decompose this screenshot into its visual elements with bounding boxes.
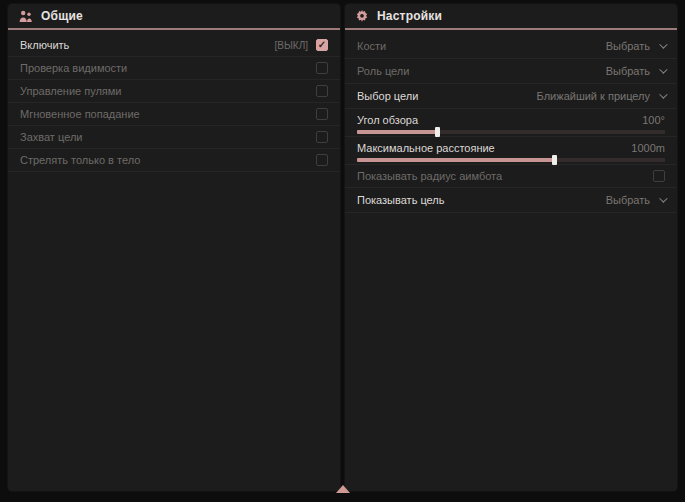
slider-value: 100° bbox=[642, 114, 665, 126]
row-controls bbox=[316, 85, 328, 97]
row-controls: Выбрать bbox=[606, 65, 665, 77]
setting-label: Кости bbox=[357, 40, 386, 52]
chevron-down-icon bbox=[659, 40, 667, 48]
panel-title: Общие bbox=[41, 9, 83, 23]
setting-label: Проверка видимости bbox=[20, 62, 127, 74]
row-controls: Выбрать bbox=[606, 40, 665, 52]
slider-fill bbox=[357, 130, 437, 134]
scroll-up-indicator-icon[interactable] bbox=[336, 485, 350, 493]
setting-label: Захват цели bbox=[20, 131, 82, 143]
panel-general: Общие Включить[ВЫКЛ]✓Проверка видимостиУ… bbox=[8, 4, 340, 491]
settings-row: КостиВыбрать bbox=[345, 34, 677, 59]
settings-row: Управление пулями bbox=[8, 80, 340, 103]
chevron-down-icon bbox=[659, 194, 667, 202]
slider-value: 1000m bbox=[631, 142, 665, 154]
dropdown[interactable]: Выбрать bbox=[606, 65, 665, 77]
settings-row: Угол обзора100° bbox=[345, 109, 677, 137]
row-controls: [ВЫКЛ]✓ bbox=[275, 39, 328, 51]
setting-label: Стрелять только в тело bbox=[20, 154, 140, 166]
row-controls bbox=[316, 108, 328, 120]
panel-title: Настройки bbox=[377, 9, 442, 23]
setting-label: Роль цели bbox=[357, 65, 409, 77]
checkbox[interactable] bbox=[316, 131, 328, 143]
gear-icon bbox=[355, 9, 369, 23]
dropdown-value: Выбрать bbox=[606, 194, 650, 206]
dropdown-value: Выбрать bbox=[606, 65, 650, 77]
settings-row: Максимальное расстояние1000m bbox=[345, 137, 677, 165]
slider-track[interactable] bbox=[357, 158, 665, 162]
settings-row: Захват цели bbox=[8, 126, 340, 149]
hotkey-state-label: [ВЫКЛ] bbox=[275, 40, 308, 51]
setting-label: Управление пулями bbox=[20, 85, 122, 97]
slider-thumb[interactable] bbox=[552, 155, 557, 165]
row-controls bbox=[653, 170, 665, 182]
checkbox[interactable] bbox=[316, 62, 328, 74]
settings-row: Мгновенное попадание bbox=[8, 103, 340, 126]
settings-row: Стрелять только в тело bbox=[8, 149, 340, 172]
slider-thumb[interactable] bbox=[435, 127, 440, 137]
setting-label: Включить bbox=[20, 39, 69, 51]
settings-row: Выбор целиБлижайший к прицелу bbox=[345, 84, 677, 109]
row-controls bbox=[316, 131, 328, 143]
slider-row-top: Максимальное расстояние1000m bbox=[357, 140, 665, 155]
checkbox[interactable] bbox=[316, 85, 328, 97]
panel-settings-header: Настройки bbox=[345, 4, 677, 30]
setting-label: Максимальное расстояние bbox=[357, 142, 495, 154]
dropdown-value: Выбрать bbox=[606, 40, 650, 52]
panel-settings-body: КостиВыбратьРоль целиВыбратьВыбор целиБл… bbox=[345, 30, 677, 213]
dropdown-value: Ближайший к прицелу bbox=[537, 90, 650, 102]
settings-row: Включить[ВЫКЛ]✓ bbox=[8, 34, 340, 57]
panel-general-header: Общие bbox=[8, 4, 340, 30]
row-controls bbox=[316, 154, 328, 166]
settings-row: Роль целиВыбрать bbox=[345, 59, 677, 84]
dropdown[interactable]: Выбрать bbox=[606, 40, 665, 52]
chevron-down-icon bbox=[659, 65, 667, 73]
dropdown[interactable]: Ближайший к прицелу bbox=[537, 90, 665, 102]
checkbox[interactable] bbox=[316, 108, 328, 120]
settings-row: Показывать радиус аимбота bbox=[345, 165, 677, 188]
setting-label: Выбор цели bbox=[357, 90, 418, 102]
setting-label: Угол обзора bbox=[357, 114, 418, 126]
slider-track[interactable] bbox=[357, 130, 665, 134]
slider-fill bbox=[357, 158, 554, 162]
users-icon bbox=[18, 10, 33, 23]
slider-row-top: Угол обзора100° bbox=[357, 112, 665, 127]
setting-label: Мгновенное попадание bbox=[20, 108, 140, 120]
row-controls: Выбрать bbox=[606, 194, 665, 206]
panel-general-body: Включить[ВЫКЛ]✓Проверка видимостиУправле… bbox=[8, 30, 340, 172]
panel-settings: Настройки КостиВыбратьРоль целиВыбратьВы… bbox=[345, 4, 677, 491]
setting-label: Показывать радиус аимбота bbox=[357, 170, 502, 182]
checkbox[interactable] bbox=[653, 170, 665, 182]
chevron-down-icon bbox=[659, 90, 667, 98]
settings-row: Показывать цельВыбрать bbox=[345, 188, 677, 213]
checkbox[interactable] bbox=[316, 154, 328, 166]
setting-label: Показывать цель bbox=[357, 194, 445, 206]
row-controls bbox=[316, 62, 328, 74]
row-controls: Ближайший к прицелу bbox=[537, 90, 665, 102]
settings-row: Проверка видимости bbox=[8, 57, 340, 80]
checkbox[interactable]: ✓ bbox=[316, 39, 328, 51]
dropdown[interactable]: Выбрать bbox=[606, 194, 665, 206]
